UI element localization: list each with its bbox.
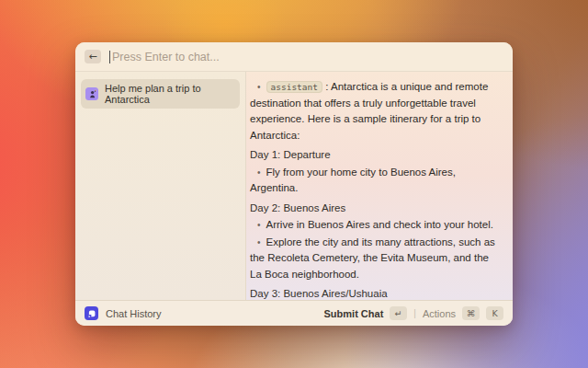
chat-input-placeholder: Press Enter to chat... (112, 51, 220, 63)
bullet-dot: • (257, 167, 261, 178)
k-key-badge: K (486, 306, 503, 320)
chat-window: ← Press Enter to chat... (75, 42, 513, 326)
chat-bullet: •Fly from your home city to Buenos Aires… (250, 165, 500, 197)
bullet-dot: • (257, 237, 261, 247)
content-row: Help me plan a trip to Antarctica •assis… (75, 72, 513, 300)
return-key-badge: ↵ (390, 306, 407, 320)
bullet-dot: • (257, 82, 261, 92)
chat-history-button[interactable]: Chat History (85, 306, 162, 320)
day-heading: Day 2: Buenos Aires (250, 201, 500, 217)
day-heading: Day 1: Departure (250, 147, 500, 164)
chat-list-item-antarctica[interactable]: Help me plan a trip to Antarctica (81, 79, 240, 109)
chat-history-label: Chat History (106, 308, 162, 319)
chat-input[interactable]: Press Enter to chat... (109, 51, 503, 63)
text-caret (109, 51, 110, 63)
assistant-role-badge: assistant (266, 81, 322, 93)
bullet-dot: • (257, 220, 261, 230)
raycast-ai-icon (85, 306, 98, 320)
footer-actions: Submit Chat ↵ | Actions ⌘ K (324, 306, 503, 320)
chat-bullet: •Explore the city and its many attractio… (250, 235, 500, 283)
day-heading: Day 3: Buenos Aires/Ushuaia (250, 286, 500, 300)
footer-divider: | (413, 308, 416, 318)
chat-bullet: •Arrive in Buenos Aires and check into y… (250, 217, 500, 234)
command-key-badge: ⌘ (462, 306, 480, 320)
person-raising-hand-icon (85, 87, 98, 100)
chat-list-sidebar: Help me plan a trip to Antarctica (75, 72, 246, 300)
submit-chat-button[interactable]: Submit Chat (324, 308, 384, 319)
assistant-message-line: •assistant : Antarctica is a unique and … (250, 79, 500, 144)
back-button[interactable]: ← (85, 50, 101, 63)
chat-list-item-label: Help me plan a trip to Antarctica (105, 83, 235, 105)
back-arrow-icon: ← (88, 51, 96, 63)
footer-bar: Chat History Submit Chat ↵ | Actions ⌘ K (75, 300, 513, 326)
chat-input-bar: ← Press Enter to chat... (75, 42, 513, 72)
chat-transcript: •assistant : Antarctica is a unique and … (246, 72, 513, 300)
actions-button[interactable]: Actions (423, 308, 456, 319)
